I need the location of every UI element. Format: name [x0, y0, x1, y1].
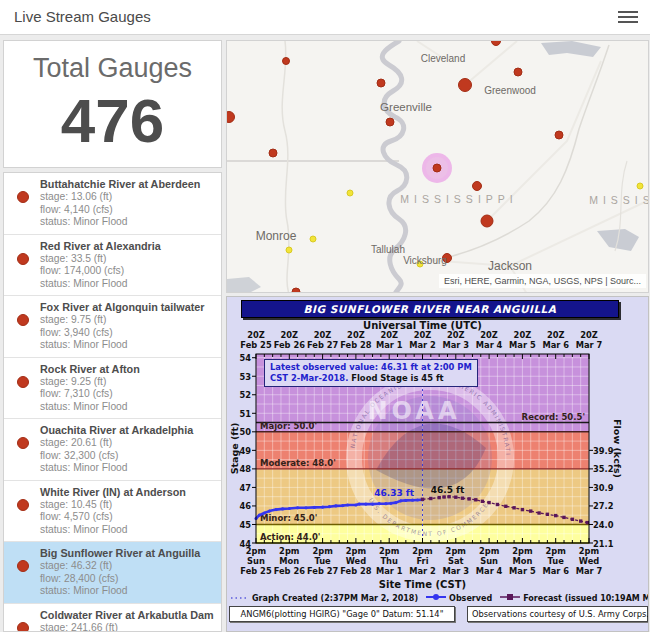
site-date-label: Mar 1 [376, 566, 403, 576]
site-date-label: Feb 28 [340, 566, 371, 576]
gauge-detail-line: stage: 20.61 (ft) [40, 437, 215, 450]
gauge-detail-line: status: Minor Flood [40, 278, 215, 291]
site-time-tick-label: 2pm [346, 546, 366, 556]
gauge-detail-line: status: Minor Flood [40, 339, 215, 352]
gauge-list-item[interactable]: White River (IN) at Andersonstage: 10.45… [4, 481, 221, 543]
gauge-list-item[interactable]: Ouachita River at Arkadelphiastage: 20.6… [4, 419, 221, 481]
gauge-detail-line: stage: 9.75 (ft) [40, 314, 215, 327]
map-city-label: Monroe [256, 229, 297, 243]
gauge-detail-line: flow: 7,310 (cfs) [40, 388, 215, 401]
utc-date-label: Mar 5 [509, 340, 536, 350]
flow-tick-label: 35.2 [593, 464, 627, 474]
utc-date-label: Mar 2 [409, 340, 436, 350]
utc-tick-label: 20Z [414, 330, 432, 340]
utc-date-label: Mar 6 [542, 340, 569, 350]
map-panel[interactable]: ClevelandGreenwoodGreenvilleMonroeTallul… [226, 40, 649, 293]
legend-item: Observed [426, 593, 492, 603]
total-gauges-count: 476 [4, 90, 221, 152]
gauge-detail-line: flow: 3,940 (cfs) [40, 327, 215, 340]
map-gauge-dot[interactable] [377, 79, 386, 88]
stage-tick-label: 46 [227, 501, 251, 511]
map-city-label: Vicksburg [403, 255, 447, 266]
flow-tick-label: 24.0 [593, 520, 627, 530]
gauge-list-item[interactable]: Rock River at Aftonstage: 9.25 (ft)flow:… [4, 358, 221, 420]
site-date-label: Mar 2 [409, 566, 436, 576]
flow-tick-label: 21.1 [593, 539, 627, 549]
gauge-status-dot [17, 314, 29, 326]
stage-tick-label: 50 [227, 427, 251, 437]
chart-legend: Graph Created (2:37PM Mar 2, 2018)Observ… [227, 593, 649, 603]
flow-tick-label: 27.2 [593, 501, 627, 511]
gauge-status-dot [17, 191, 29, 203]
hamburger-menu-icon[interactable] [618, 8, 638, 26]
map-gauge-dot[interactable] [310, 236, 317, 243]
utc-tick-label: 20Z [314, 330, 332, 340]
gauge-status-dot [17, 622, 29, 632]
gauge-detail-line: status: Minor Flood [40, 216, 215, 229]
gauge-detail-line: status: Minor Flood [40, 585, 215, 598]
map-state-label: MISSISSIPPI [400, 193, 517, 205]
map-gauge-dot[interactable] [286, 247, 293, 254]
map-gauge-dot[interactable] [472, 181, 482, 191]
utc-date-label: Mar 1 [376, 340, 403, 350]
site-day-label: Mon [512, 556, 532, 566]
gauge-detail-line: stage: 13.06 (ft) [40, 191, 215, 204]
gauge-detail-line: flow: 32,300 (cfs) [40, 450, 215, 463]
map-gauge-dot[interactable] [292, 288, 301, 294]
gauge-status-dot [17, 560, 29, 572]
observations-credit-box: Observations courtesy of U.S. Army Corps… [467, 606, 648, 622]
utc-tick-label: 20Z [580, 330, 598, 340]
gauge-list-item[interactable]: Big Sunflower River at Anguillastage: 46… [4, 542, 221, 604]
svg-text:46.5 ft: 46.5 ft [431, 485, 465, 495]
utc-tick-label: 20Z [281, 330, 299, 340]
site-date-label: Mar 6 [542, 566, 569, 576]
gauge-status-dot [17, 376, 29, 388]
map-gauge-dot[interactable] [347, 190, 354, 197]
map-gauge-dot[interactable] [386, 118, 395, 127]
map-gauge-dot[interactable] [514, 68, 523, 77]
map-state-label: MISSISS [589, 194, 649, 206]
gauge-list-item[interactable]: Red River at Alexandriastage: 33.5 (ft)f… [4, 235, 221, 297]
map-gauge-dot[interactable] [555, 131, 564, 140]
svg-text:Minor: 45.0': Minor: 45.0' [260, 513, 317, 523]
map-gauge-dot[interactable] [458, 78, 472, 92]
stage-tick-label: 44 [227, 539, 251, 549]
site-day-label: Tue [314, 556, 330, 566]
map-city-label: Greenwood [484, 85, 536, 96]
gauge-name: Buttahatchie River at Aberdeen [40, 178, 215, 191]
map-city-label: Greenville [380, 101, 432, 113]
gauge-name: White River (IN) at Anderson [40, 486, 215, 499]
map-gauge-dot[interactable] [269, 149, 278, 158]
map-gauge-dot[interactable] [433, 164, 442, 173]
site-date-label: Mar 4 [476, 566, 503, 576]
svg-text:Action: 44.0': Action: 44.0' [260, 532, 320, 542]
gauge-detail-line: flow: 4,140 (cfs) [40, 204, 215, 217]
gauge-detail-line: stage: 10.45 (ft) [40, 499, 215, 512]
gauge-detail-line: stage: 33.5 (ft) [40, 253, 215, 266]
observed-line-icon [426, 593, 446, 603]
svg-text:Major: 50.0': Major: 50.0' [260, 421, 317, 431]
annotation-line2-date: CST 2-Mar-2018. [270, 373, 348, 383]
gage-datum-box: ANGM6(plotting HGIRG) "Gage 0" Datum: 51… [229, 606, 455, 622]
map-city-label: Jackson [488, 259, 532, 273]
site-time-tick-label: 2pm [412, 546, 432, 556]
stage-tick-label: 47 [227, 483, 251, 493]
map-gauge-dot[interactable] [637, 183, 644, 190]
site-time-tick-label: 2pm [479, 546, 499, 556]
total-gauges-title: Total Gauges [4, 53, 221, 84]
site-time-tick-label: 2pm [546, 546, 566, 556]
gauge-list-item[interactable]: Buttahatchie River at Aberdeenstage: 13.… [4, 173, 221, 235]
site-day-label: Mon [279, 556, 299, 566]
gauge-status-dot [17, 437, 29, 449]
utc-tick-label: 20Z [347, 330, 365, 340]
gauge-detail-line: status: Minor Flood [40, 524, 215, 537]
svg-text:Moderate: 48.0': Moderate: 48.0' [260, 458, 336, 468]
gauge-list-item[interactable]: Coldwater River at Arkabutla Damstage: 2… [4, 604, 221, 632]
utc-date-label: Feb 25 [240, 340, 271, 350]
map-gauge-dot[interactable] [481, 215, 494, 228]
site-time-tick-label: 2pm [379, 546, 399, 556]
utc-date-label: Feb 28 [340, 340, 371, 350]
gauge-list-item[interactable]: Fox River at Algonquin tailwaterstage: 9… [4, 296, 221, 358]
map-gauge-dot[interactable] [282, 57, 290, 65]
utc-tick-label: 20Z [480, 330, 498, 340]
